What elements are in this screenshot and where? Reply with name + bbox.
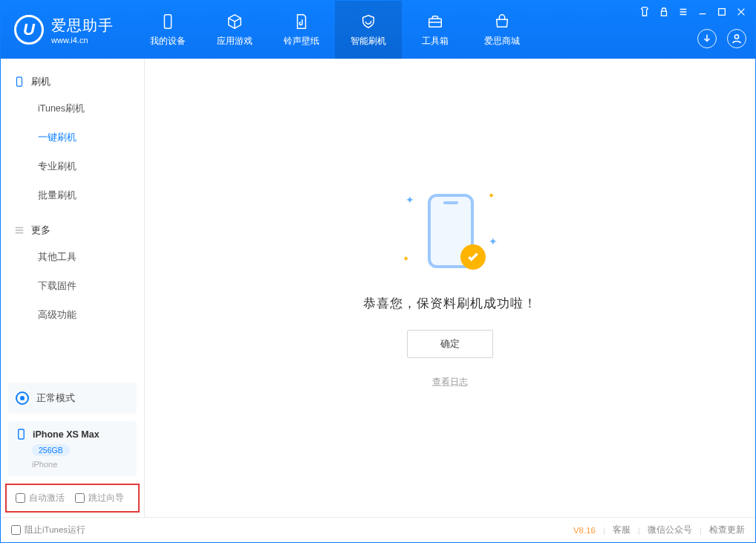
- maximize-icon[interactable]: [717, 7, 727, 17]
- sidebar-item-itunes-flash[interactable]: iTunes刷机: [1, 94, 144, 123]
- separator: |: [603, 526, 605, 535]
- ok-button[interactable]: 确定: [407, 330, 493, 358]
- tab-label: 智能刷机: [351, 35, 386, 48]
- footer: 阻止iTunes运行 V8.16 | 客服 | 微信公众号 | 检查更新: [1, 517, 755, 542]
- sidebar-item-other-tools[interactable]: 其他工具: [1, 243, 144, 272]
- store-icon: [493, 13, 511, 30]
- header-right: [630, 1, 755, 59]
- phone-icon: [159, 13, 177, 30]
- footer-right: V8.16 | 客服 | 微信公众号 | 检查更新: [573, 524, 745, 536]
- tab-label: 我的设备: [150, 35, 186, 48]
- user-icon[interactable]: [727, 29, 746, 48]
- sidebar-item-oneclick-flash[interactable]: 一键刷机: [1, 123, 144, 152]
- success-message: 恭喜您，保资料刷机成功啦！: [363, 295, 537, 312]
- tshirt-icon[interactable]: [639, 7, 650, 17]
- svg-rect-3: [719, 9, 726, 16]
- app-subtitle: www.i4.cn: [51, 36, 114, 45]
- sidebar-item-advanced[interactable]: 高级功能: [1, 301, 144, 330]
- svg-rect-2: [662, 11, 667, 16]
- lock-icon[interactable]: [659, 7, 669, 17]
- mode-box[interactable]: 正常模式: [8, 383, 137, 414]
- device-name: iPhone XS Max: [33, 429, 100, 440]
- minimize-icon[interactable]: [697, 7, 708, 17]
- check-update-link[interactable]: 检查更新: [709, 524, 745, 536]
- app-title: 爱思助手: [51, 16, 114, 36]
- svg-rect-0: [164, 14, 171, 27]
- skip-guide-input[interactable]: [75, 493, 85, 503]
- header-action-icons: [697, 29, 746, 53]
- auto-activate-input[interactable]: [16, 493, 25, 503]
- tab-toolbox[interactable]: 工具箱: [402, 1, 469, 59]
- tab-ringtones-wallpapers[interactable]: 铃声壁纸: [268, 1, 335, 59]
- tab-label: 铃声壁纸: [284, 35, 319, 48]
- close-icon[interactable]: [736, 7, 746, 17]
- support-link[interactable]: 客服: [613, 524, 630, 536]
- toolbox-icon: [426, 13, 444, 30]
- tab-label: 应用游戏: [217, 35, 252, 48]
- sparkle-icon: ✦: [488, 191, 495, 201]
- wechat-link[interactable]: 微信公众号: [648, 524, 692, 536]
- mode-label: 正常模式: [36, 392, 75, 405]
- sidebar-group-flash: 刷机 iTunes刷机 一键刷机 专业刷机 批量刷机: [1, 69, 144, 210]
- sidebar-group-more: 更多 其他工具 下载固件 高级功能: [1, 218, 144, 330]
- logo-icon: U: [14, 15, 44, 45]
- sidebar-item-batch-flash[interactable]: 批量刷机: [1, 181, 144, 210]
- separator: |: [700, 526, 702, 535]
- sparkle-icon: ✦: [405, 194, 414, 206]
- sidebar-scroll: 刷机 iTunes刷机 一键刷机 专业刷机 批量刷机 更多 其他工具 下载固件 …: [1, 59, 144, 375]
- sidebar-group-title-more: 更多: [1, 218, 144, 243]
- svg-rect-6: [19, 429, 25, 439]
- storage-badge: 256GB: [32, 444, 70, 456]
- success-illustration: ✦ ✦ ✦ ✦: [398, 188, 502, 277]
- sidebar-group-title-flash: 刷机: [1, 69, 144, 94]
- device-type: iPhone: [32, 460, 129, 469]
- sidebar-group-label: 刷机: [31, 75, 50, 88]
- main-content: ✦ ✦ ✦ ✦ 恭喜您，保资料刷机成功啦！ 确定 查看日志: [145, 59, 755, 517]
- svg-point-4: [734, 35, 738, 39]
- tab-store[interactable]: 爱思商城: [469, 1, 535, 59]
- skip-guide-label: 跳过向导: [88, 492, 124, 504]
- logo-area: U 爱思助手 www.i4.cn: [1, 1, 134, 59]
- sidebar-item-pro-flash[interactable]: 专业刷机: [1, 152, 144, 181]
- view-log-link[interactable]: 查看日志: [432, 376, 468, 388]
- sidebar-lower: 正常模式 iPhone XS Max 256GB iPhone 自动激活: [1, 375, 144, 517]
- tab-label: 工具箱: [422, 35, 449, 48]
- music-file-icon: [293, 13, 310, 30]
- download-icon[interactable]: [697, 29, 717, 48]
- sidebar-item-download-firmware[interactable]: 下载固件: [1, 272, 144, 301]
- app-window: U 爱思助手 www.i4.cn 我的设备 应用游戏 铃声壁纸 智能刷机: [0, 0, 756, 543]
- body: 刷机 iTunes刷机 一键刷机 专业刷机 批量刷机 更多 其他工具 下载固件 …: [1, 59, 755, 517]
- separator: |: [638, 526, 640, 535]
- check-badge-icon: [460, 244, 486, 270]
- list-icon: [14, 225, 25, 235]
- block-itunes-input[interactable]: [11, 525, 21, 535]
- svg-rect-1: [429, 19, 442, 27]
- tab-apps-games[interactable]: 应用游戏: [201, 1, 268, 59]
- block-itunes-checkbox[interactable]: 阻止iTunes运行: [11, 524, 85, 536]
- block-itunes-label: 阻止iTunes运行: [25, 524, 85, 536]
- sparkle-icon: ✦: [403, 254, 409, 264]
- skip-guide-checkbox[interactable]: 跳过向导: [75, 492, 124, 504]
- cube-icon: [226, 13, 244, 30]
- header: U 爱思助手 www.i4.cn 我的设备 应用游戏 铃声壁纸 智能刷机: [1, 1, 755, 59]
- device-box[interactable]: iPhone XS Max 256GB iPhone: [8, 421, 137, 476]
- auto-options-row: 自动激活 跳过向导: [5, 484, 140, 513]
- tab-label: 爱思商城: [484, 35, 520, 48]
- sparkle-icon: ✦: [489, 235, 498, 247]
- mode-status-icon: [16, 391, 29, 405]
- sidebar: 刷机 iTunes刷机 一键刷机 专业刷机 批量刷机 更多 其他工具 下载固件 …: [1, 59, 145, 517]
- version-label: V8.16: [573, 526, 596, 535]
- tab-my-device[interactable]: 我的设备: [134, 1, 201, 59]
- window-controls: [639, 7, 746, 17]
- phone-small-icon: [16, 429, 27, 440]
- auto-activate-label: 自动激活: [29, 492, 65, 504]
- logo-text: 爱思助手 www.i4.cn: [51, 16, 114, 45]
- tab-smart-flash[interactable]: 智能刷机: [335, 1, 402, 59]
- svg-rect-5: [17, 77, 22, 86]
- device-icon: [14, 77, 25, 87]
- sidebar-group-label: 更多: [31, 224, 50, 237]
- auto-activate-checkbox[interactable]: 自动激活: [16, 492, 65, 504]
- top-nav: 我的设备 应用游戏 铃声壁纸 智能刷机 工具箱 爱思商城: [134, 1, 535, 59]
- refresh-shield-icon: [359, 13, 377, 30]
- menu-icon[interactable]: [678, 7, 688, 17]
